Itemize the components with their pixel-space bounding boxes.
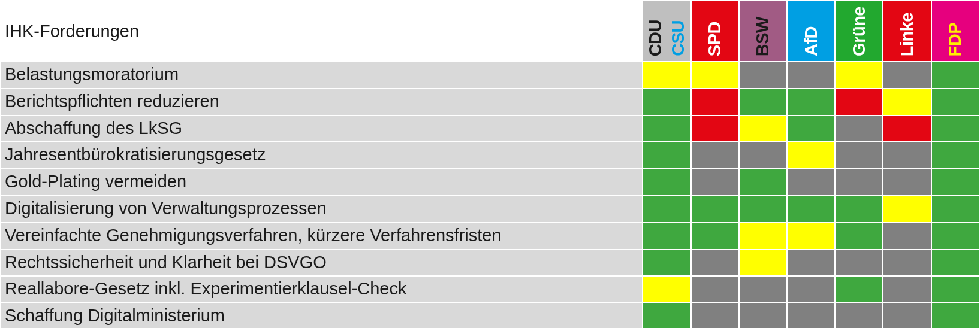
heatmap-cell <box>836 223 882 249</box>
column-header-fdp: FDP <box>932 1 979 61</box>
heatmap-cell <box>836 169 882 195</box>
heatmap-cell <box>932 250 979 276</box>
table-row: Gold-Plating vermeiden <box>1 169 979 195</box>
heatmap-cell <box>740 116 786 142</box>
heatmap-table-container: IHK-Forderungen CDUCSUSPDBSWAfDGrüneLink… <box>0 0 980 328</box>
table-row: Abschaffung des LkSG <box>1 116 979 142</box>
heatmap-cell <box>643 116 690 142</box>
table-row: Berichtspflichten reduzieren <box>1 89 979 115</box>
heatmap-cell <box>740 196 786 222</box>
heatmap-cell <box>788 116 834 142</box>
row-label: Digitalisierung von Verwaltungsprozessen <box>1 196 642 222</box>
heatmap-cell <box>883 169 930 195</box>
heatmap-cell <box>883 62 930 88</box>
column-header-cdu: CDUCSU <box>643 1 690 61</box>
heatmap-cell <box>932 169 979 195</box>
table-row: Vereinfachte Genehmigungsverfahren, kürz… <box>1 223 979 249</box>
column-header-label: Linke <box>897 13 918 56</box>
heatmap-cell <box>692 169 738 195</box>
heatmap-cell <box>788 196 834 222</box>
column-header-linke: Linke <box>883 1 930 61</box>
heatmap-cell <box>883 116 930 142</box>
heatmap-cell <box>788 169 834 195</box>
heatmap-cell <box>692 116 738 142</box>
heatmap-cell <box>788 142 834 168</box>
heatmap-cell <box>740 169 786 195</box>
heatmap-cell <box>692 89 738 115</box>
heatmap-cell <box>643 250 690 276</box>
heatmap-cell <box>836 277 882 302</box>
heatmap-cell <box>883 89 930 115</box>
heatmap-cell <box>692 277 738 302</box>
heatmap-cell <box>836 196 882 222</box>
heatmap-cell <box>643 89 690 115</box>
heatmap-cell <box>740 89 786 115</box>
heatmap-cell <box>692 223 738 249</box>
heatmap-cell <box>740 277 786 302</box>
heatmap-cell <box>740 62 786 88</box>
heatmap-cell <box>788 89 834 115</box>
heatmap-cell <box>883 250 930 276</box>
table-body: BelastungsmoratoriumBerichtspflichten re… <box>1 62 979 328</box>
column-header-label: CSU <box>668 20 689 56</box>
heatmap-cell <box>932 62 979 88</box>
heatmap-cell <box>643 169 690 195</box>
heatmap-cell <box>836 250 882 276</box>
row-label: Belastungsmoratorium <box>1 62 642 88</box>
table-row: Reallabore-Gesetz inkl. Experimentierkla… <box>1 277 979 302</box>
row-label: Schaffung Digitalministerium <box>1 303 642 328</box>
heatmap-cell <box>740 223 786 249</box>
heatmap-cell <box>836 303 882 328</box>
row-label: Reallabore-Gesetz inkl. Experimentierkla… <box>1 277 642 302</box>
heatmap-cell <box>692 196 738 222</box>
heatmap-cell <box>836 142 882 168</box>
heatmap-cell <box>643 223 690 249</box>
heatmap-cell <box>643 142 690 168</box>
heatmap-table: IHK-Forderungen CDUCSUSPDBSWAfDGrüneLink… <box>0 0 980 328</box>
heatmap-cell <box>643 196 690 222</box>
row-label: Vereinfachte Genehmigungsverfahren, kürz… <box>1 223 642 249</box>
heatmap-cell <box>883 223 930 249</box>
heatmap-cell <box>932 196 979 222</box>
heatmap-cell <box>788 250 834 276</box>
heatmap-cell <box>788 303 834 328</box>
heatmap-cell <box>643 277 690 302</box>
table-row: Schaffung Digitalministerium <box>1 303 979 328</box>
heatmap-cell <box>692 250 738 276</box>
table-row: Rechtssicherheit und Klarheit bei DSVGO <box>1 250 979 276</box>
column-header-label: SPD <box>704 22 725 56</box>
column-header-gruene: Grüne <box>836 1 882 61</box>
column-header-label: Grüne <box>849 7 870 56</box>
column-header-label: CDU <box>645 20 666 56</box>
table-row: Jahresentbürokratisierungsgesetz <box>1 142 979 168</box>
heatmap-cell <box>740 250 786 276</box>
column-header-spd: SPD <box>692 1 738 61</box>
heatmap-cell <box>932 277 979 302</box>
heatmap-cell <box>788 223 834 249</box>
heatmap-cell <box>643 62 690 88</box>
row-label: Jahresentbürokratisierungsgesetz <box>1 142 642 168</box>
row-label: Gold-Plating vermeiden <box>1 169 642 195</box>
heatmap-cell <box>883 303 930 328</box>
heatmap-cell <box>788 277 834 302</box>
heatmap-cell <box>836 116 882 142</box>
heatmap-cell <box>740 303 786 328</box>
column-header-afd: AfD <box>788 1 834 61</box>
heatmap-cell <box>692 62 738 88</box>
heatmap-cell <box>740 142 786 168</box>
table-row: Digitalisierung von Verwaltungsprozessen <box>1 196 979 222</box>
heatmap-cell <box>836 89 882 115</box>
heatmap-cell <box>788 62 834 88</box>
heatmap-cell <box>883 142 930 168</box>
heatmap-cell <box>932 142 979 168</box>
row-label: Rechtssicherheit und Klarheit bei DSVGO <box>1 250 642 276</box>
heatmap-cell <box>932 223 979 249</box>
table-row: Belastungsmoratorium <box>1 62 979 88</box>
heatmap-cell <box>692 303 738 328</box>
heatmap-cell <box>883 196 930 222</box>
column-header-label: BSW <box>752 17 773 56</box>
row-label: Abschaffung des LkSG <box>1 116 642 142</box>
column-header-bsw: BSW <box>740 1 786 61</box>
page-title: IHK-Forderungen <box>1 1 642 61</box>
heatmap-cell <box>883 277 930 302</box>
